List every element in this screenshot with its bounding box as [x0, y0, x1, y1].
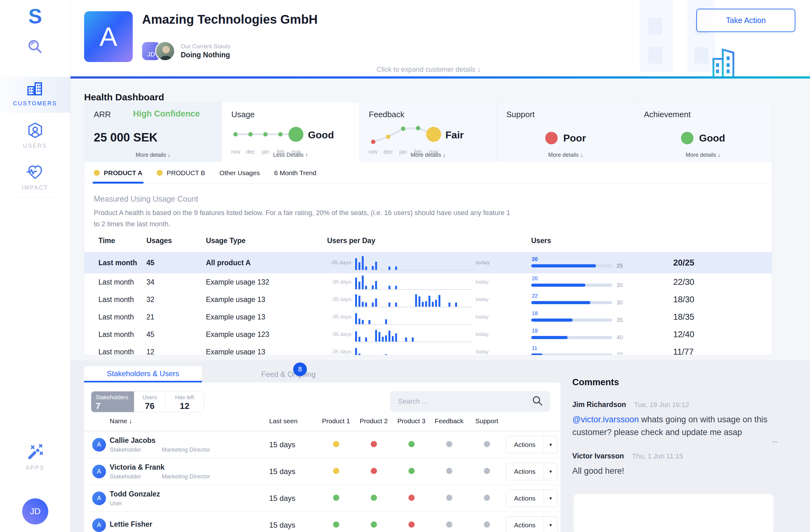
status-dot	[446, 495, 452, 501]
section-title: Health Dashboard	[84, 92, 164, 102]
person-last-seen: 15 days	[262, 494, 317, 503]
achievement-card[interactable]: Achievement Good More details ↓	[634, 102, 772, 162]
less-details-link[interactable]: Less Details ↑	[222, 152, 359, 158]
actions-button[interactable]: Actions▼	[506, 489, 558, 507]
status-dot	[371, 441, 377, 447]
users-value: 22	[532, 293, 650, 299]
usage-row[interactable]: Last month32Example usage 13-35 daystoda…	[84, 291, 772, 308]
status-dot-cell	[317, 495, 355, 502]
person-row[interactable]: AVictoria & FrankStakeholderMarketing Di…	[84, 458, 561, 485]
more-details-link[interactable]: More details ↓	[635, 152, 772, 158]
product-tab[interactable]: PRODUCT B	[157, 162, 205, 183]
tab-feed-ongoing[interactable]: Feed & Ongoing	[245, 366, 332, 382]
users-value: 20	[532, 257, 650, 262]
usage-row[interactable]: Last month45All product A-35 daystoday20…	[84, 252, 772, 273]
status-dot-cell	[430, 441, 468, 449]
expand-details-hint[interactable]: Click to expand customer details ↓	[70, 65, 787, 74]
column-header: Time	[84, 237, 146, 245]
mention-link[interactable]: @victor.ivarssoon	[572, 415, 639, 424]
status-dot-cell	[355, 468, 392, 475]
person-last-seen: 15 days	[262, 467, 317, 476]
take-action-button[interactable]: Take Action	[696, 9, 795, 32]
actions-label: Actions	[506, 463, 544, 480]
users-bar-fill	[531, 319, 572, 322]
usage-count: 45	[146, 259, 206, 267]
usage-row[interactable]: Last month45Example usage 123-35 daystod…	[84, 326, 772, 343]
status-dot-cell	[317, 441, 355, 449]
users-bar	[531, 353, 612, 355]
chevron-down-icon[interactable]: ▼	[544, 490, 557, 507]
sidebar-search-button[interactable]	[0, 38, 70, 57]
usage-time: Last month	[84, 348, 146, 356]
usage-trend: Good novdecjanfebmar	[231, 122, 350, 156]
users-per-day-chart: -35 daystoday	[327, 309, 531, 325]
users-bar-fill	[531, 336, 568, 339]
search-icon	[27, 51, 44, 57]
stat-stakeholders[interactable]: Stakeholders7	[91, 391, 134, 412]
comment-date: Thu, 1 Jun 11:15	[632, 452, 683, 460]
sidebar-item-users[interactable]: USERS	[0, 122, 70, 149]
actions-button[interactable]: Actions▼	[506, 463, 558, 480]
status-dot-cell	[430, 521, 468, 529]
confidence-badge: High Confidence	[133, 109, 200, 119]
column-header: Last seen	[262, 417, 317, 425]
sidebar-item-apps[interactable]: APPS	[0, 444, 70, 471]
people-search[interactable]	[390, 391, 550, 412]
status-dot-cell	[355, 521, 392, 529]
sidebar: S CUSTOMERS USERS IMPACT	[0, 0, 70, 532]
profile-photo[interactable]	[155, 41, 175, 61]
achievement-rating: Good	[699, 132, 725, 144]
more-details-link[interactable]: More details ↓	[497, 152, 634, 158]
chevron-down-icon[interactable]: ▼	[544, 517, 557, 532]
status-value: Doing Nothing	[181, 51, 230, 59]
usage-type: Example usage 132	[206, 278, 327, 286]
search-icon	[532, 396, 543, 407]
usage-row[interactable]: Last month12Example usage 13-35 daystoda…	[84, 343, 772, 355]
support-card[interactable]: Support Poor More details ↓	[497, 102, 634, 162]
column-header[interactable]: Name ↓	[110, 417, 262, 425]
status-dot-cell	[468, 441, 506, 449]
arr-card[interactable]: ARR High Confidence 25 000 SEK More deta…	[84, 102, 222, 162]
user-avatar[interactable]: JD	[22, 498, 48, 525]
app-root: S CUSTOMERS USERS IMPACT	[0, 0, 810, 532]
actions-button[interactable]: Actions▼	[506, 436, 558, 453]
product-dot-icon	[157, 170, 163, 176]
product-tab[interactable]: 6 Month Trend	[274, 162, 316, 183]
person-row[interactable]: ALettie Fisher15 daysActions▼	[84, 512, 561, 532]
product-tab[interactable]: Other Usages	[219, 162, 260, 183]
more-details-link[interactable]: More details ↓	[359, 152, 497, 158]
stat-has-left[interactable]: Has left12	[165, 391, 204, 412]
column-header: Product 2	[355, 417, 392, 425]
more-details-link[interactable]: More details ↓	[84, 152, 222, 158]
tab-stakeholders-users[interactable]: Stakeholders & Users	[84, 366, 202, 382]
person-row[interactable]: ACallie JacobsStakeholderMarketing Direc…	[84, 431, 561, 458]
usage-count: 12	[146, 348, 206, 356]
usage-card[interactable]: Usage Good novdecjanfebmar Less Details …	[222, 102, 359, 162]
actions-button[interactable]: Actions▼	[506, 516, 558, 532]
usage-time: Last month	[84, 331, 146, 339]
usage-time: Last month	[84, 313, 146, 321]
comment-date: Tue, 19 Jun 16:12	[634, 401, 690, 409]
usage-count: 21	[146, 313, 206, 321]
search-input[interactable]	[398, 397, 532, 406]
product-tab[interactable]: PRODUCT A	[94, 162, 142, 183]
feedback-card[interactable]: Feedback Fair novdecjanfebmar More detai…	[359, 102, 497, 162]
chevron-down-icon[interactable]: ▼	[544, 436, 557, 453]
status-dot	[408, 441, 415, 447]
users-per-day-chart: -35 daystoday	[327, 274, 531, 290]
usage-row[interactable]: Last month34Example usage 132-35 daystod…	[84, 273, 772, 291]
person-row[interactable]: ATodd GonzalezUser15 daysActions▼	[84, 485, 561, 512]
status-dot	[333, 441, 339, 447]
spark-start-label: -35 days	[327, 260, 352, 266]
sidebar-item-impact[interactable]: IMPACT	[0, 164, 70, 191]
person-last-seen: 15 days	[262, 521, 317, 530]
sidebar-item-customers[interactable]: CUSTOMERS	[0, 77, 70, 113]
usage-row[interactable]: Last month21Example usage 13-35 daystoda…	[84, 308, 772, 326]
stat-users[interactable]: Users76	[134, 391, 165, 412]
comment-input[interactable]	[573, 494, 774, 532]
users-bar	[531, 319, 612, 322]
chevron-down-icon[interactable]: ▼	[544, 463, 557, 480]
users-icon	[28, 134, 43, 139]
spark-end-label: today	[476, 260, 495, 266]
comment-more-link[interactable]: ...	[772, 435, 778, 444]
